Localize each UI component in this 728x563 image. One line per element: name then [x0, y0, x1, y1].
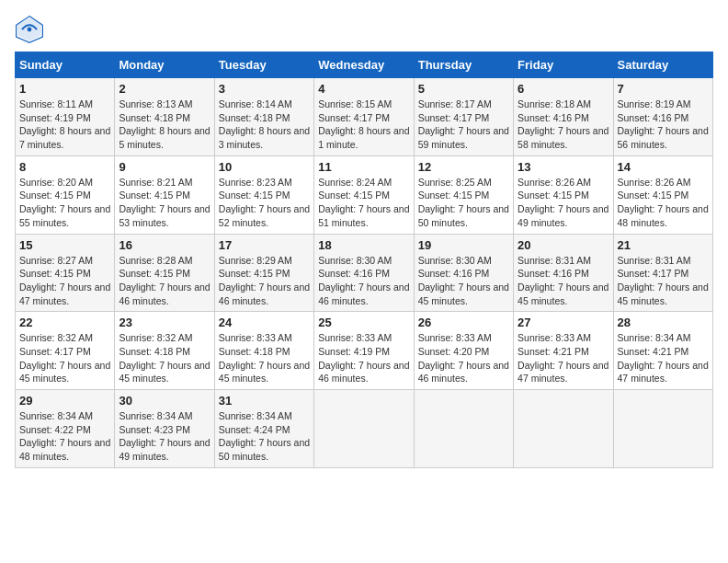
calendar-cell: 28 Sunrise: 8:34 AMSunset: 4:21 PMDaylig… [613, 312, 712, 390]
day-number: 26 [418, 316, 509, 329]
day-info: Sunrise: 8:31 AMSunset: 4:17 PMDaylight:… [618, 254, 709, 308]
calendar-cell: 1 Sunrise: 8:11 AMSunset: 4:19 PMDayligh… [16, 78, 115, 156]
day-info: Sunrise: 8:21 AMSunset: 4:15 PMDaylight:… [119, 176, 210, 230]
day-info: Sunrise: 8:30 AMSunset: 4:16 PMDaylight:… [418, 254, 509, 308]
day-number: 11 [318, 160, 409, 174]
day-number: 9 [119, 160, 210, 174]
calendar-cell: 7 Sunrise: 8:19 AMSunset: 4:16 PMDayligh… [613, 78, 712, 156]
day-info: Sunrise: 8:13 AMSunset: 4:18 PMDaylight:… [119, 98, 210, 152]
day-number: 1 [19, 82, 110, 96]
col-header-wednesday: Wednesday [314, 52, 414, 78]
calendar-cell [514, 390, 613, 468]
day-number: 19 [418, 238, 509, 252]
calendar-cell: 20 Sunrise: 8:31 AMSunset: 4:16 PMDaylig… [514, 234, 613, 312]
day-info: Sunrise: 8:32 AMSunset: 4:18 PMDaylight:… [119, 331, 210, 385]
calendar-cell: 17 Sunrise: 8:29 AMSunset: 4:15 PMDaylig… [214, 234, 313, 312]
col-header-thursday: Thursday [414, 52, 513, 78]
day-number: 20 [518, 238, 609, 252]
calendar-cell: 22 Sunrise: 8:32 AMSunset: 4:17 PMDaylig… [16, 312, 115, 390]
day-info: Sunrise: 8:14 AMSunset: 4:18 PMDaylight:… [219, 98, 310, 152]
calendar-cell: 27 Sunrise: 8:33 AMSunset: 4:21 PMDaylig… [514, 312, 613, 390]
calendar-cell: 13 Sunrise: 8:26 AMSunset: 4:15 PMDaylig… [514, 155, 613, 234]
day-info: Sunrise: 8:11 AMSunset: 4:19 PMDaylight:… [19, 98, 110, 152]
day-number: 7 [618, 82, 709, 96]
day-number: 27 [518, 316, 609, 329]
page-header [15, 15, 713, 44]
day-number: 2 [119, 82, 210, 96]
day-info: Sunrise: 8:34 AMSunset: 4:23 PMDaylight:… [119, 409, 210, 464]
day-number: 3 [219, 82, 310, 96]
day-info: Sunrise: 8:31 AMSunset: 4:16 PMDaylight:… [518, 254, 609, 308]
day-number: 21 [618, 238, 709, 252]
calendar-cell: 2 Sunrise: 8:13 AMSunset: 4:18 PMDayligh… [115, 78, 214, 156]
week-row-1: 1 Sunrise: 8:11 AMSunset: 4:19 PMDayligh… [16, 78, 713, 156]
day-number: 31 [219, 394, 310, 408]
day-number: 5 [418, 82, 509, 96]
day-info: Sunrise: 8:29 AMSunset: 4:15 PMDaylight:… [219, 254, 310, 308]
day-number: 12 [418, 160, 509, 174]
calendar-cell: 21 Sunrise: 8:31 AMSunset: 4:17 PMDaylig… [613, 234, 712, 312]
calendar-table: SundayMondayTuesdayWednesdayThursdayFrid… [15, 52, 713, 468]
week-row-4: 22 Sunrise: 8:32 AMSunset: 4:17 PMDaylig… [16, 312, 713, 390]
day-info: Sunrise: 8:32 AMSunset: 4:17 PMDaylight:… [19, 331, 110, 385]
day-info: Sunrise: 8:30 AMSunset: 4:16 PMDaylight:… [318, 254, 409, 308]
calendar-cell: 29 Sunrise: 8:34 AMSunset: 4:22 PMDaylig… [16, 390, 115, 468]
svg-point-2 [28, 28, 32, 32]
day-number: 30 [119, 394, 210, 408]
day-info: Sunrise: 8:34 AMSunset: 4:24 PMDaylight:… [219, 409, 310, 464]
calendar-cell: 8 Sunrise: 8:20 AMSunset: 4:15 PMDayligh… [16, 155, 115, 234]
calendar-cell: 9 Sunrise: 8:21 AMSunset: 4:15 PMDayligh… [115, 155, 214, 234]
day-number: 22 [19, 316, 110, 329]
day-info: Sunrise: 8:17 AMSunset: 4:17 PMDaylight:… [418, 98, 509, 152]
day-number: 8 [19, 160, 110, 174]
day-info: Sunrise: 8:26 AMSunset: 4:15 PMDaylight:… [618, 176, 709, 230]
calendar-cell: 19 Sunrise: 8:30 AMSunset: 4:16 PMDaylig… [414, 234, 513, 312]
day-number: 17 [219, 238, 310, 252]
calendar-cell: 6 Sunrise: 8:18 AMSunset: 4:16 PMDayligh… [514, 78, 613, 156]
day-number: 13 [518, 160, 609, 174]
calendar-cell [314, 390, 414, 468]
day-info: Sunrise: 8:15 AMSunset: 4:17 PMDaylight:… [318, 98, 409, 152]
calendar-cell: 11 Sunrise: 8:24 AMSunset: 4:15 PMDaylig… [314, 155, 414, 234]
day-info: Sunrise: 8:34 AMSunset: 4:22 PMDaylight:… [19, 409, 110, 464]
col-header-monday: Monday [115, 52, 214, 78]
day-number: 23 [119, 316, 210, 329]
day-number: 4 [318, 82, 409, 96]
day-number: 25 [318, 316, 409, 329]
day-number: 18 [318, 238, 409, 252]
calendar-cell: 25 Sunrise: 8:33 AMSunset: 4:19 PMDaylig… [314, 312, 414, 390]
day-info: Sunrise: 8:33 AMSunset: 4:21 PMDaylight:… [518, 331, 609, 385]
day-info: Sunrise: 8:26 AMSunset: 4:15 PMDaylight:… [518, 176, 609, 230]
calendar-cell: 30 Sunrise: 8:34 AMSunset: 4:23 PMDaylig… [115, 390, 214, 468]
logo [15, 15, 48, 44]
calendar-cell: 3 Sunrise: 8:14 AMSunset: 4:18 PMDayligh… [214, 78, 313, 156]
day-number: 15 [19, 238, 110, 252]
calendar-cell: 12 Sunrise: 8:25 AMSunset: 4:15 PMDaylig… [414, 155, 513, 234]
calendar-cell [414, 390, 513, 468]
calendar-cell: 26 Sunrise: 8:33 AMSunset: 4:20 PMDaylig… [414, 312, 513, 390]
week-row-5: 29 Sunrise: 8:34 AMSunset: 4:22 PMDaylig… [16, 390, 713, 468]
day-number: 24 [219, 316, 310, 329]
day-number: 28 [618, 316, 709, 329]
week-row-3: 15 Sunrise: 8:27 AMSunset: 4:15 PMDaylig… [16, 234, 713, 312]
day-info: Sunrise: 8:24 AMSunset: 4:15 PMDaylight:… [318, 176, 409, 230]
calendar-cell: 16 Sunrise: 8:28 AMSunset: 4:15 PMDaylig… [115, 234, 214, 312]
logo-icon [15, 15, 44, 44]
col-header-tuesday: Tuesday [214, 52, 313, 78]
header-row: SundayMondayTuesdayWednesdayThursdayFrid… [16, 52, 713, 78]
day-number: 10 [219, 160, 310, 174]
col-header-friday: Friday [514, 52, 613, 78]
day-info: Sunrise: 8:20 AMSunset: 4:15 PMDaylight:… [19, 176, 110, 230]
day-info: Sunrise: 8:34 AMSunset: 4:21 PMDaylight:… [618, 331, 709, 385]
calendar-cell: 10 Sunrise: 8:23 AMSunset: 4:15 PMDaylig… [214, 155, 313, 234]
day-info: Sunrise: 8:18 AMSunset: 4:16 PMDaylight:… [518, 98, 609, 152]
day-number: 29 [19, 394, 110, 408]
day-info: Sunrise: 8:27 AMSunset: 4:15 PMDaylight:… [19, 254, 110, 308]
day-info: Sunrise: 8:33 AMSunset: 4:19 PMDaylight:… [318, 331, 409, 385]
day-number: 14 [618, 160, 709, 174]
day-number: 16 [119, 238, 210, 252]
calendar-cell: 24 Sunrise: 8:33 AMSunset: 4:18 PMDaylig… [214, 312, 313, 390]
day-number: 6 [518, 82, 609, 96]
calendar-cell: 15 Sunrise: 8:27 AMSunset: 4:15 PMDaylig… [16, 234, 115, 312]
day-info: Sunrise: 8:25 AMSunset: 4:15 PMDaylight:… [418, 176, 509, 230]
